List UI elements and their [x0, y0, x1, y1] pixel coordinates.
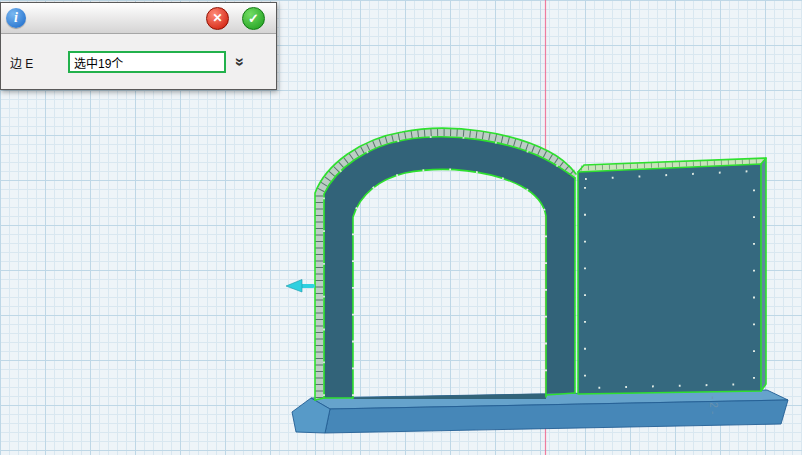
arch-wall-face[interactable] [324, 137, 575, 399]
dialog-titlebar[interactable]: i ✕ ✓ [1, 3, 276, 34]
info-icon-glyph: i [14, 10, 18, 26]
model-3d[interactable] [286, 128, 788, 433]
axis-coordinate-label: -2- [708, 396, 719, 417]
confirm-button[interactable]: ✓ [242, 7, 265, 30]
info-icon: i [6, 8, 26, 28]
dialog-body: 边 E » [1, 34, 276, 90]
chevron-double-down-icon[interactable]: » [236, 54, 245, 70]
selection-count-input[interactable] [68, 51, 226, 73]
check-icon: ✓ [248, 11, 259, 26]
direction-arrow[interactable] [286, 280, 313, 293]
chevron-glyph: » [232, 58, 248, 67]
dialog-buttons: ✕ ✓ [206, 7, 271, 30]
right-panel-face[interactable] [578, 164, 761, 394]
cancel-button[interactable]: ✕ [206, 7, 229, 30]
close-icon: ✕ [212, 11, 222, 25]
edge-field-label: 边 E [10, 54, 68, 71]
selection-dialog: i ✕ ✓ 边 E » [0, 2, 277, 90]
